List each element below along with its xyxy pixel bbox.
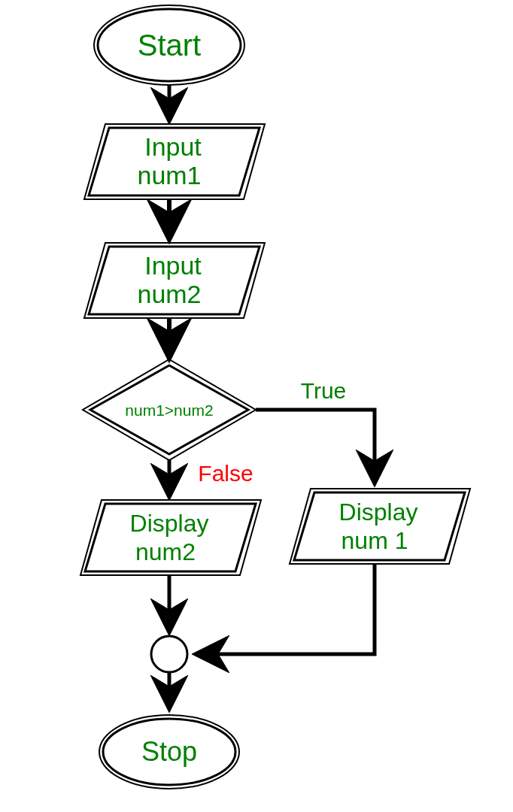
stop-node: Stop	[99, 715, 239, 789]
display-false-line2: num2	[135, 538, 196, 565]
start-label: Start	[138, 29, 201, 62]
input2-label-line1: Input	[144, 251, 202, 280]
display-true-line1: Display	[339, 498, 418, 526]
edge-false-label: False	[198, 461, 253, 486]
start-node: Start	[94, 5, 244, 85]
edge-displaytrue-connector	[198, 564, 375, 654]
input2-label-line2: num2	[137, 280, 201, 308]
display-true-node: Display num 1	[290, 489, 470, 564]
decision-label: num1>num2	[125, 401, 213, 419]
edge-true	[256, 410, 375, 481]
input1-label-line1: Input	[144, 132, 202, 161]
display-false-node: Display num2	[80, 500, 261, 575]
connector-node	[151, 636, 187, 672]
decision-node: num1>num2	[83, 359, 256, 460]
input2-node: Input num2	[84, 243, 265, 318]
edge-true-label: True	[301, 378, 347, 403]
input1-node: Input num1	[84, 124, 265, 199]
svg-point-2	[151, 636, 187, 672]
stop-label: Stop	[141, 736, 197, 767]
display-false-line1: Display	[130, 510, 209, 537]
input1-label-line2: num1	[137, 161, 201, 189]
display-true-line2: num 1	[341, 527, 408, 554]
